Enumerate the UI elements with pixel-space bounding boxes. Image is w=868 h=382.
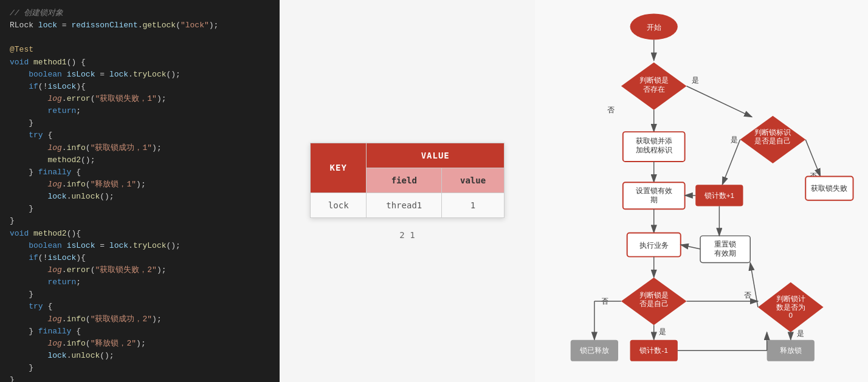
check-exist-label: 判断锁是 (639, 76, 669, 84)
set-expire-label2: 期 (650, 196, 658, 203)
code-line: if(!isLock){ (10, 252, 270, 264)
svg-line-10 (722, 140, 740, 185)
check-self1-label1: 判断锁是 (639, 291, 669, 299)
flowchart-svg: 开始 判断锁是 否存在 否 是 获取锁并添 加线程标识 设置锁有效 期 执行业务 (535, 0, 868, 382)
svg-line-11 (805, 140, 820, 177)
code-line: void method1() { (10, 56, 270, 69)
start-label: 开始 (647, 23, 661, 31)
code-line: lock.unlock(); (10, 350, 270, 362)
code-line: RLock lock = redissonClient.getLock("loc… (10, 19, 270, 32)
check-exist-label2: 否存在 (643, 85, 665, 93)
code-line: return; (10, 105, 270, 117)
no-label-4: 否 (744, 291, 751, 299)
yes-label-1: 是 (692, 76, 699, 84)
yes-label-3: 是 (731, 135, 738, 143)
table-row: lock thread1 1 (311, 193, 505, 217)
code-line: log.info("释放锁，1"); (10, 179, 270, 191)
code-line: log.info("获取锁成功，2"); (10, 313, 270, 326)
code-line: } (10, 203, 270, 215)
middle-panel: KEY VALUE field value lock thread1 1 2 1 (280, 0, 535, 382)
exec-biz-label: 执行业务 (639, 241, 669, 249)
code-line: try { (10, 301, 270, 313)
release-lock-label: 释放锁 (780, 346, 802, 354)
code-line: log.error("获取锁失败，2"); (10, 264, 270, 276)
get-lock-label1: 获取锁并添 (636, 137, 672, 145)
reset-expire-label2: 有效期 (714, 249, 736, 257)
lock-fail-label: 获取锁失败 (811, 184, 847, 192)
check-self1-label2: 否是自己 (639, 299, 669, 307)
code-line: if(!isLock){ (10, 81, 270, 93)
code-line: void method2(){ (10, 228, 270, 240)
code-line: } (10, 117, 270, 129)
check-self2-label1: 判断锁标识 (754, 128, 791, 136)
code-line: log.info("释放锁，2"); (10, 338, 270, 350)
code-line: } finally { (10, 326, 270, 338)
yes-label-2: 是 (659, 327, 666, 335)
code-line (10, 32, 270, 44)
lock-released-label: 锁已释放 (579, 346, 609, 354)
no-label-1: 否 (607, 106, 615, 114)
redis-table: KEY VALUE field value lock thread1 1 (310, 143, 505, 218)
code-line: } (10, 215, 270, 227)
code-line: try { (10, 129, 270, 142)
code-panel: // 创建锁对象 RLock lock = redissonClient.get… (0, 0, 280, 382)
code-line: } (10, 362, 270, 374)
table-subheader-field: field (367, 168, 442, 193)
check-zero-label1: 判断锁计 (776, 295, 805, 302)
code-line: lock.unlock(); (10, 191, 270, 203)
code-line: return; (10, 276, 270, 288)
code-line: log.error("获取锁失败，1"); (10, 93, 270, 105)
code-line: method2(); (10, 154, 270, 166)
code-line: boolean isLock = lock.tryLock(); (10, 240, 270, 252)
svg-line-15 (750, 262, 758, 307)
check-zero-label3: 0 (789, 311, 793, 319)
code-line: } (10, 374, 270, 382)
page-indicator: 2 1 (399, 230, 415, 240)
table-header-key: KEY (311, 143, 367, 193)
check-self2-label2: 是否是自己 (754, 137, 791, 145)
table-cell-count: 1 (442, 193, 505, 217)
reset-expire-label1: 重置锁 (714, 240, 736, 248)
code-line: log.info("获取锁成功，1"); (10, 142, 270, 154)
table-cell-thread: thread1 (367, 193, 442, 217)
check-zero-label2: 数是否为 (776, 303, 805, 311)
flowchart-panel: 开始 判断锁是 否存在 否 是 获取锁并添 加线程标识 设置锁有效 期 执行业务 (535, 0, 868, 382)
code-line: } finally { (10, 166, 270, 179)
code-line: boolean isLock = lock.tryLock(); (10, 69, 270, 81)
yes-label-4: 是 (797, 329, 804, 337)
code-annotation: @Test (10, 44, 270, 56)
code-line: } (10, 288, 270, 301)
code-comment: // 创建锁对象 (10, 7, 270, 19)
table-header-value: VALUE (367, 143, 505, 168)
get-lock-label2: 加线程标识 (636, 146, 672, 154)
svg-line-13 (681, 245, 700, 249)
set-expire-label1: 设置锁有效 (636, 186, 672, 194)
table-subheader-value: value (442, 168, 505, 193)
table-cell-key: lock (311, 193, 367, 217)
lock-minus-label: 锁计数-1 (639, 346, 667, 354)
lock-plus-label: 锁计数+1 (704, 191, 734, 199)
svg-line-3 (687, 86, 753, 117)
